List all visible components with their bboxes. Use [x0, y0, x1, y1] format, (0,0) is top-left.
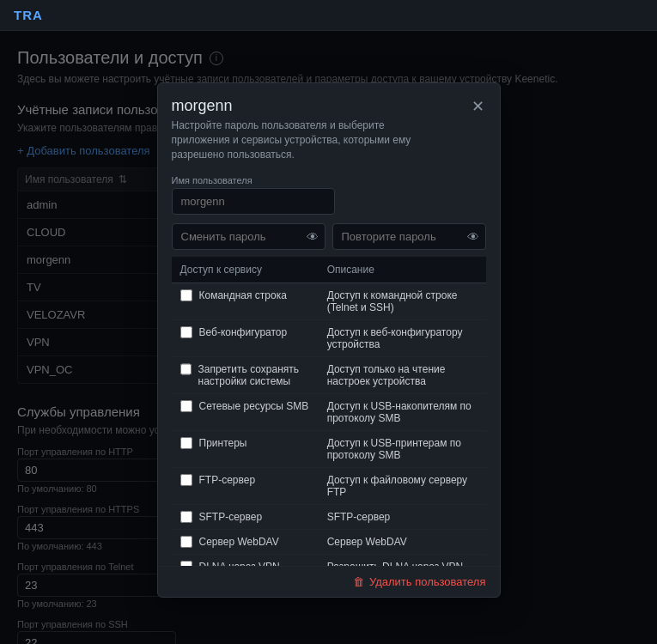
show-password-icon[interactable]: 👁 [307, 230, 319, 244]
service-name-label: Запретить сохранять настройки системы [198, 363, 310, 387]
service-name-cell: Веб-конфигуратор [172, 320, 319, 357]
show-repeat-password-icon[interactable]: 👁 [467, 230, 479, 244]
service-name-cell: Принтеры [172, 431, 319, 468]
service-checkbox[interactable] [180, 289, 192, 301]
service-checkbox[interactable] [180, 363, 192, 375]
modal-footer: 🗑 Удалить пользователя [158, 566, 500, 597]
service-checkbox[interactable] [180, 400, 192, 412]
service-description-cell: Доступ к USB-накопителям по протоколу SM… [319, 394, 486, 431]
service-row: Веб-конфигураторДоступ к веб-конфигурато… [172, 320, 486, 357]
password-row: 👁 👁 [172, 223, 486, 250]
modal-body: Имя пользователя 👁 👁 [158, 168, 500, 566]
modal-title: morgenn [172, 97, 438, 115]
service-name-label: Сетевые ресурсы SMB [199, 400, 309, 412]
service-description-cell: Доступ к USB-принтерам по протоколу SMB [319, 431, 486, 468]
service-name-cell: Командная строка [172, 283, 319, 320]
topbar: TRA [0, 0, 657, 31]
service-table-header-row: Доступ к сервису Описание [172, 257, 486, 283]
name-label: Имя пользователя [172, 175, 486, 185]
password-group: 👁 [172, 223, 325, 250]
service-description-cell: Доступ к веб-конфигуратору устройства [319, 320, 486, 357]
service-name-label: FTP-сервер [199, 474, 256, 486]
service-row: Сетевые ресурсы SMBДоступ к USB-накопите… [172, 394, 486, 431]
modal-header: morgenn Настройте пароль пользователя и … [158, 83, 500, 168]
modal-subtitle: Настройте пароль пользователя и выберите… [172, 118, 438, 161]
service-table-body: Командная строкаДоступ к командной строк… [172, 283, 486, 566]
service-row: ПринтерыДоступ к USB-принтерам по проток… [172, 431, 486, 468]
modal: morgenn Настройте пароль пользователя и … [157, 82, 501, 598]
service-name-label: Командная строка [199, 289, 287, 301]
logo: TRA [14, 8, 43, 22]
service-name-cell: Запретить сохранять настройки системы [172, 357, 319, 394]
username-input[interactable] [172, 188, 335, 215]
service-checkbox[interactable] [180, 474, 192, 486]
trash-icon: 🗑 [353, 575, 364, 588]
service-description-cell: Доступ только на чтение настроек устройс… [319, 357, 486, 394]
service-checkbox[interactable] [180, 536, 192, 548]
service-table: Доступ к сервису Описание Командная стро… [172, 257, 486, 566]
modal-close-button[interactable]: ✕ [470, 97, 486, 116]
service-description-cell: Разрешить DLNA через VPN (PPTP, L2TP/IPs… [319, 555, 486, 566]
service-name-label: SFTP-сервер [199, 511, 263, 523]
service-name-cell: Сетевые ресурсы SMB [172, 394, 319, 431]
service-checkbox[interactable] [180, 326, 192, 338]
service-description-cell: Сервер WebDAV [319, 530, 486, 555]
service-name-cell: SFTP-сервер [172, 505, 319, 530]
service-row: Сервер WebDAVСервер WebDAV [172, 530, 486, 555]
service-row: DLNA через VPNРазрешить DLNA через VPN (… [172, 555, 486, 566]
service-name-cell: FTP-сервер [172, 468, 319, 505]
service-row: Командная строкаДоступ к командной строк… [172, 283, 486, 320]
service-name-label: Веб-конфигуратор [199, 326, 288, 338]
main-content: Пользователи и доступ i Здесь вы можете … [0, 31, 657, 644]
name-group: Имя пользователя [172, 175, 486, 215]
service-row: FTP-серверДоступ к файловому серверу FTP [172, 468, 486, 505]
repeat-password-group: 👁 [332, 223, 486, 250]
service-checkbox[interactable] [180, 437, 192, 449]
password-input[interactable] [172, 223, 325, 250]
delete-user-button[interactable]: 🗑 Удалить пользователя [353, 575, 486, 588]
service-row: Запретить сохранять настройки системыДос… [172, 357, 486, 394]
service-name-label: Принтеры [199, 437, 247, 449]
service-checkbox[interactable] [180, 511, 192, 523]
service-description-cell: SFTP-сервер [319, 505, 486, 530]
description-col-header: Описание [319, 257, 486, 283]
service-name-label: Сервер WebDAV [199, 536, 279, 548]
modal-overlay: morgenn Настройте пароль пользователя и … [0, 31, 657, 644]
service-description-cell: Доступ к командной строке (Telnet и SSH) [319, 283, 486, 320]
service-row: SFTP-серверSFTP-сервер [172, 505, 486, 530]
service-name-cell: DLNA через VPN [172, 555, 319, 566]
service-col-header: Доступ к сервису [172, 257, 319, 283]
service-name-cell: Сервер WebDAV [172, 530, 319, 555]
repeat-password-input[interactable] [332, 223, 486, 250]
service-description-cell: Доступ к файловому серверу FTP [319, 468, 486, 505]
